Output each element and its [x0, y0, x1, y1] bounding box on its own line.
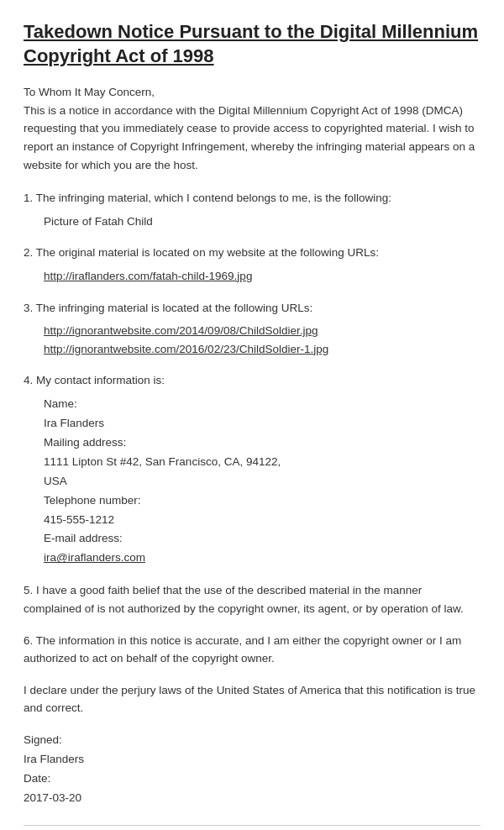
section-4: 4. My contact information is: Name: Ira …: [24, 371, 480, 568]
page-title: Takedown Notice Pursuant to the Digital …: [24, 20, 480, 68]
section-6: 6. The information in this notice is acc…: [24, 632, 480, 668]
footer-divider: [24, 825, 480, 826]
sections-list: 1. The infringing material, which I cont…: [24, 189, 480, 668]
contact-mailing-label: Mailing address:: [44, 436, 126, 449]
section-2: 2. The original material is located on m…: [24, 244, 480, 285]
intro-salutation: To Whom It May Concern, This is a notice…: [24, 83, 480, 174]
contact-telephone-value: 415-555-1212: [44, 513, 114, 526]
signed-block: Signed: Ira Flanders Date: 2017-03-20: [24, 731, 480, 808]
contact-telephone-label: Telephone number:: [44, 494, 141, 507]
original-url-1[interactable]: http://iraflanders.com/fatah-child-1969.…: [44, 270, 252, 282]
section-3-links: http://ignorantwebsite.com/2014/09/08/Ch…: [44, 322, 480, 358]
section-2-links: http://iraflanders.com/fatah-child-1969.…: [44, 267, 480, 286]
section-5: 5. I have a good faith belief that the u…: [24, 581, 480, 617]
date-value: 2017-03-20: [24, 791, 81, 804]
section-3: 3. The infringing material is located at…: [24, 299, 480, 359]
section-1: 1. The infringing material, which I cont…: [24, 189, 480, 230]
infringing-url-2[interactable]: http://ignorantwebsite.com/2016/02/23/Ch…: [44, 343, 328, 355]
contact-block: Name: Ira Flanders Mailing address: 1111…: [44, 395, 480, 568]
signed-label: Signed:: [24, 733, 62, 746]
contact-name-value: Ira Flanders: [44, 417, 104, 429]
date-label: Date:: [24, 772, 50, 785]
section-1-detail: Picture of Fatah Child: [44, 213, 480, 231]
infringing-url-1[interactable]: http://ignorantwebsite.com/2014/09/08/Ch…: [44, 324, 318, 337]
contact-name-label: Name:: [44, 397, 77, 410]
signed-name: Ira Flanders: [24, 753, 84, 765]
declaration-text: I declare under the perjury laws of the …: [24, 681, 480, 717]
contact-address-line2: USA: [44, 475, 67, 487]
contact-address-line1: 1111 Lipton St #42, San Francisco, CA, 9…: [44, 455, 281, 468]
contact-email-value[interactable]: ira@iraflanders.com: [44, 551, 145, 564]
contact-email-label: E-mail address:: [44, 532, 123, 544]
